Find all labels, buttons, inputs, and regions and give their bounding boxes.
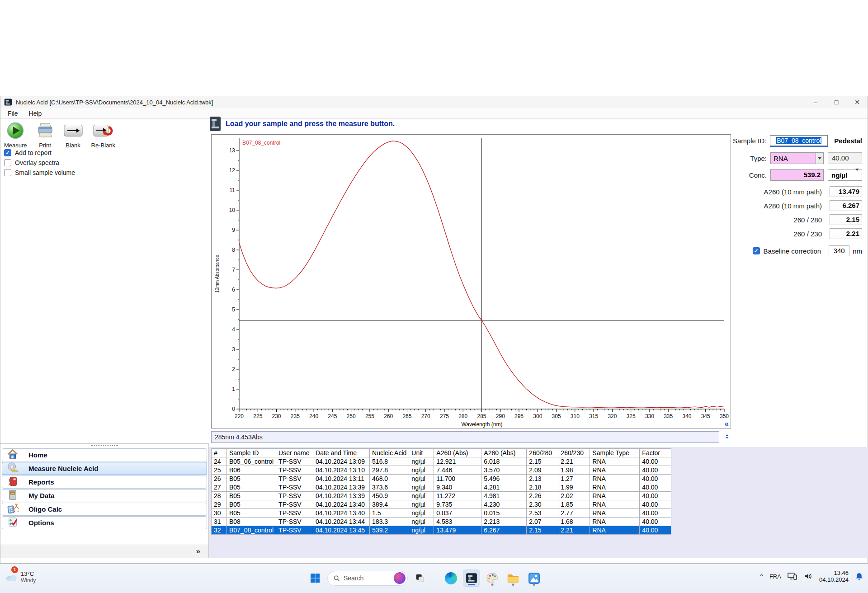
column-header[interactable]: A260 (Abs): [434, 449, 481, 457]
table-cell: 40.00: [640, 457, 671, 466]
chart-collapse-icon[interactable]: «: [725, 421, 729, 427]
menu-file[interactable]: File: [8, 110, 18, 117]
measurement-field-row: 260 / 2802.15: [733, 214, 868, 225]
sidebar-item-reports[interactable]: Reports: [2, 475, 207, 489]
table-row[interactable]: 25B06TP-SSV04.10.2024 13:10297.8ng/µl7.4…: [212, 466, 671, 475]
menu-help[interactable]: Help: [29, 110, 42, 117]
spectrum-plot[interactable]: 2202252302352402452502552602652702752802…: [212, 135, 731, 428]
task-view-button[interactable]: [411, 569, 429, 587]
table-cell: 1.85: [558, 500, 590, 509]
table-cell: 4.230: [481, 500, 527, 509]
type-dropdown-icon[interactable]: [816, 153, 823, 164]
type-select[interactable]: RNA: [770, 152, 824, 164]
table-cell: B05: [227, 483, 276, 492]
toolbar-button-label: Re-Blank: [91, 142, 115, 149]
re-blank-button[interactable]: Re-Blank: [90, 121, 117, 150]
table-cell: 40.00: [640, 492, 671, 500]
checkbox-box[interactable]: [4, 159, 11, 166]
tray-chevron-icon[interactable]: ^: [760, 573, 763, 580]
weather-widget[interactable]: 1 13°C Windy: [5, 568, 36, 584]
baseline-wavelength-input[interactable]: 340: [829, 245, 849, 256]
taskbar-app-paint[interactable]: [484, 569, 501, 587]
column-header[interactable]: User name: [276, 449, 313, 457]
blank-button[interactable]: Blank: [61, 121, 85, 150]
folder-icon: [507, 573, 519, 584]
language-indicator[interactable]: FRA: [769, 573, 781, 580]
search-placeholder: Search: [344, 574, 390, 582]
column-header[interactable]: Date and Time: [313, 449, 370, 457]
sidebar-item-oligo-calc[interactable]: Oligo Calc: [2, 503, 207, 516]
sidebar-expand-icon[interactable]: »: [196, 547, 200, 556]
sidebar-item-measure-nucleic-acid[interactable]: Measure Nucleic Acid: [2, 462, 207, 475]
column-header[interactable]: 260/230: [558, 449, 590, 457]
spectrum-chart[interactable]: 2202252302352402452502552602652702752802…: [211, 134, 731, 428]
taskbar-app-photos[interactable]: [525, 569, 542, 587]
column-header[interactable]: Nucleic Acid: [370, 449, 409, 457]
sample-id-input[interactable]: B07_08_control: [770, 135, 828, 146]
table-cell: 04.10.2024 13:11: [313, 475, 370, 483]
column-header[interactable]: Sample ID: [227, 449, 276, 457]
search-highlight-image[interactable]: [394, 572, 406, 584]
checkbox-box[interactable]: [4, 169, 11, 176]
overlay-spectra-checkbox[interactable]: Overlay spectra: [4, 159, 75, 166]
table-cell: 516.8: [370, 457, 409, 466]
unit-dropdown-icon[interactable]: [855, 171, 862, 179]
baseline-checkbox[interactable]: ✓: [753, 247, 760, 254]
svg-text:10: 10: [229, 207, 236, 213]
measure-button[interactable]: Measure: [2, 121, 29, 150]
table-row[interactable]: 27B05TP-SSV04.10.2024 13:39373.6ng/µl9.3…: [212, 483, 671, 492]
maximize-button[interactable]: □: [826, 96, 847, 108]
minimize-button[interactable]: –: [805, 96, 826, 108]
table-cell: 6.018: [481, 457, 527, 466]
column-header[interactable]: Factor: [640, 449, 671, 457]
notification-bell-icon[interactable]: [855, 572, 863, 581]
column-header[interactable]: #: [212, 449, 227, 457]
sidebar-item-my-data[interactable]: My Data: [2, 489, 207, 502]
table-cell: TP-SSV: [276, 509, 313, 518]
table-row[interactable]: 31B08TP-SSV04.10.2024 13:44183.3ng/µl4.5…: [212, 518, 671, 526]
conc-unit-select[interactable]: ng/µl: [828, 169, 862, 181]
column-header[interactable]: 260/280: [527, 449, 558, 457]
table-cell: 28: [212, 492, 227, 500]
taskbar-app-edge[interactable]: [442, 569, 459, 587]
search-input[interactable]: Search: [327, 571, 408, 586]
table-cell: ng/µl: [409, 457, 434, 466]
table-cell: 25: [212, 466, 227, 475]
network-icon[interactable]: [788, 572, 797, 580]
sidebar-item-options[interactable]: Options: [2, 516, 207, 529]
print-button[interactable]: Print: [33, 121, 57, 150]
table-cell: 2.53: [527, 509, 558, 518]
column-header[interactable]: Sample Type: [590, 449, 640, 457]
tray-time: 13:46: [819, 569, 849, 576]
table-cell: B05: [227, 475, 276, 483]
table-row[interactable]: 30B05TP-SSV04.10.2024 13:401.5ng/µl0.037…: [212, 509, 671, 518]
svg-text:220: 220: [235, 413, 244, 419]
sidebar-item-home[interactable]: Home: [2, 448, 207, 461]
table-row[interactable]: 26B05TP-SSV04.10.2024 13:11468.0ng/µl11.…: [212, 475, 671, 483]
table-cell: 1.5: [370, 509, 409, 518]
sidebar-splitter-handle[interactable]: [91, 445, 118, 447]
close-button[interactable]: ✕: [847, 96, 868, 108]
table-cell: RNA: [590, 526, 640, 535]
readout-expand-icon[interactable]: ⌄⌄: [722, 432, 731, 443]
checkbox-box[interactable]: ✓: [4, 149, 11, 156]
table-cell: ng/µl: [409, 466, 434, 475]
table-row[interactable]: 32B07_08_controlTP-SSV04.10.2024 13:4553…: [212, 526, 671, 535]
column-header[interactable]: A280 (Abs): [481, 449, 527, 457]
small-sample-volume-checkbox[interactable]: Small sample volume: [4, 169, 75, 176]
taskbar-app-nanodrop[interactable]: [463, 569, 480, 587]
taskbar-app-file-explorer[interactable]: [505, 569, 522, 587]
table-cell: 04.10.2024 13:44: [313, 518, 370, 526]
table-row[interactable]: 28B05TP-SSV04.10.2024 13:39450.9ng/µl11.…: [212, 492, 671, 500]
start-button[interactable]: [307, 569, 324, 587]
field-label: A260 (10 mm path): [764, 188, 822, 196]
table-row[interactable]: 24B05_06_controlTP-SSV04.10.2024 13:0951…: [212, 457, 671, 466]
clock[interactable]: 13:46 04.10.2024: [819, 569, 849, 583]
column-header[interactable]: Unit: [409, 449, 434, 457]
add-to-report-checkbox[interactable]: ✓Add to report: [4, 149, 75, 156]
table-cell: 04.10.2024 13:10: [313, 466, 370, 475]
table-cell: 04.10.2024 13:39: [313, 492, 370, 500]
volume-icon[interactable]: [804, 573, 813, 580]
table-row[interactable]: 29B05TP-SSV04.10.2024 13:40389.4ng/µl9.7…: [212, 500, 671, 509]
svg-text:250: 250: [347, 413, 356, 419]
